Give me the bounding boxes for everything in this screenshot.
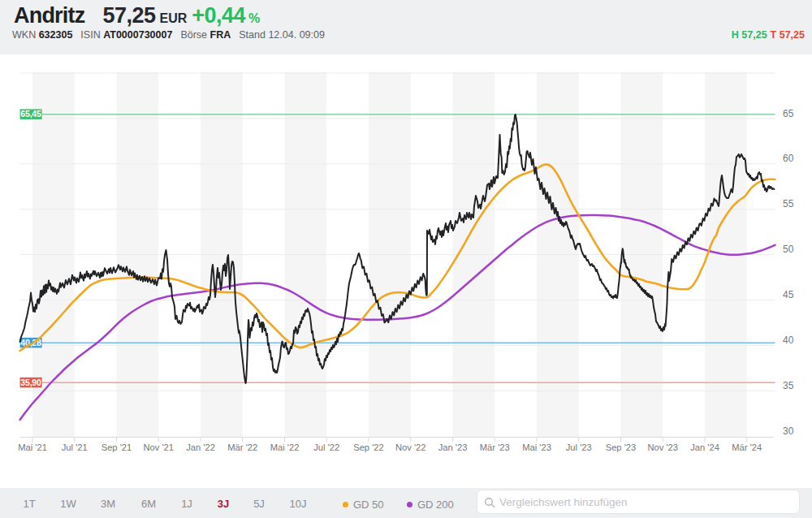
svg-text:60: 60 — [783, 153, 794, 164]
svg-text:35: 35 — [783, 380, 794, 391]
svg-text:55: 55 — [783, 198, 794, 209]
svg-text:Jul '21: Jul '21 — [62, 442, 88, 452]
svg-text:Sep '23: Sep '23 — [606, 442, 637, 452]
svg-text:Jan '22: Jan '22 — [186, 442, 215, 452]
svg-text:Mär '24: Mär '24 — [732, 442, 762, 452]
svg-text:Mai '22: Mai '22 — [270, 442, 300, 452]
svg-text:65,45: 65,45 — [20, 109, 41, 119]
svg-text:Mär '23: Mär '23 — [480, 442, 510, 452]
svg-text:Jan '23: Jan '23 — [438, 442, 468, 452]
svg-text:Nov '23: Nov '23 — [647, 442, 678, 452]
svg-text:30: 30 — [783, 425, 794, 437]
svg-text:Nov '22: Nov '22 — [395, 442, 426, 452]
svg-text:Sep '22: Sep '22 — [353, 442, 384, 452]
svg-text:Mär '22: Mär '22 — [227, 442, 257, 452]
svg-text:45: 45 — [783, 289, 794, 300]
svg-text:65: 65 — [783, 108, 794, 119]
svg-text:35,90: 35,90 — [20, 378, 41, 387]
svg-text:Mai '21: Mai '21 — [18, 442, 47, 452]
svg-text:Jul '22: Jul '22 — [313, 442, 339, 452]
svg-text:Nov '21: Nov '21 — [143, 442, 174, 452]
svg-text:Mai '23: Mai '23 — [522, 442, 551, 452]
svg-text:50: 50 — [783, 244, 794, 255]
svg-text:Sep '21: Sep '21 — [102, 442, 132, 452]
svg-text:Jul '23: Jul '23 — [566, 442, 592, 452]
svg-text:40: 40 — [783, 335, 794, 346]
svg-text:Jan '24: Jan '24 — [690, 442, 719, 452]
